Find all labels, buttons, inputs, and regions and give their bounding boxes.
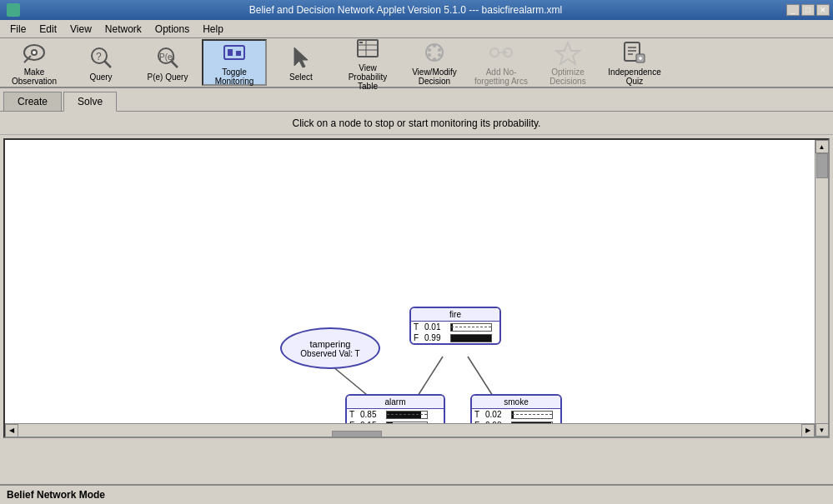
node-fire-label: fire xyxy=(411,308,499,322)
view-prob-table-button[interactable]: View Probability Table xyxy=(335,39,400,86)
svg-rect-19 xyxy=(359,42,363,43)
node-smoke-label: smoke xyxy=(472,396,560,409)
tab-create[interactable]: Create xyxy=(3,92,62,111)
svg-text:P(e): P(e) xyxy=(159,52,175,62)
svg-line-8 xyxy=(171,61,178,67)
svg-point-25 xyxy=(428,53,431,57)
horizontal-scrollbar[interactable]: ◀ ▶ xyxy=(5,423,815,437)
pe-query-icon: P(e) xyxy=(154,44,181,71)
network-arrows xyxy=(5,140,828,437)
make-observation-button[interactable]: Make Observation xyxy=(2,39,67,86)
window-title: Belief and Decision Network Applet Versi… xyxy=(25,4,786,16)
svg-rect-12 xyxy=(236,51,241,56)
optimize-decisions-icon xyxy=(554,39,581,66)
close-button[interactable]: ✕ xyxy=(816,4,830,16)
view-modify-decision-button[interactable]: View/Modify Decision xyxy=(402,39,467,86)
independence-quiz-button[interactable]: Independence Quiz xyxy=(602,39,667,86)
svg-text:?: ? xyxy=(96,51,102,62)
svg-marker-31 xyxy=(556,42,580,64)
svg-point-23 xyxy=(438,53,441,57)
menu-network[interactable]: Network xyxy=(98,22,148,37)
optimize-decisions-button: Optimize Decisions xyxy=(535,39,600,86)
app-icon xyxy=(7,3,20,17)
svg-line-5 xyxy=(104,61,111,67)
svg-rect-10 xyxy=(224,46,244,59)
pe-query-button[interactable]: P(e) P(e) Query xyxy=(135,39,200,86)
svg-point-24 xyxy=(433,57,436,61)
menu-help[interactable]: Help xyxy=(196,22,230,37)
svg-marker-14 xyxy=(294,47,308,67)
node-smoke-t-val: 0.02 xyxy=(485,410,509,419)
node-tampering-label: tampering xyxy=(310,339,351,349)
node-tampering[interactable]: tampering Observed Val: T xyxy=(280,327,380,369)
menu-bar: File Edit View Network Options Help xyxy=(0,20,833,38)
node-alarm-t-label: T xyxy=(349,410,358,419)
node-fire-t-label: T xyxy=(414,322,422,332)
scroll-down-button[interactable]: ▼ xyxy=(815,423,829,437)
toggle-monitoring-button[interactable]: Toggle Monitoring xyxy=(202,39,267,86)
toggle-monitoring-icon xyxy=(221,39,248,66)
svg-marker-30 xyxy=(504,50,508,55)
menu-options[interactable]: Options xyxy=(148,22,196,37)
node-tampering-sublabel: Observed Val: T xyxy=(300,349,359,358)
svg-point-26 xyxy=(428,48,431,52)
tab-solve[interactable]: Solve xyxy=(63,92,117,112)
status-bar: Belief Network Mode xyxy=(0,484,833,504)
svg-point-22 xyxy=(438,48,441,52)
svg-point-21 xyxy=(433,44,436,47)
node-fire-f-label: F xyxy=(414,333,422,342)
node-alarm-label: alarm xyxy=(347,396,444,409)
add-no-forgetting-button: Add No-forgetting Arcs xyxy=(469,39,534,86)
svg-point-2 xyxy=(33,51,36,54)
select-icon xyxy=(288,44,314,71)
minimize-button[interactable]: _ xyxy=(786,4,800,16)
make-observation-icon xyxy=(21,39,48,66)
independence-quiz-icon xyxy=(621,39,648,66)
node-fire-f-bar xyxy=(451,335,491,342)
query-icon: ? xyxy=(88,44,114,71)
view-prob-table-icon xyxy=(354,35,381,62)
node-fire[interactable]: fire T 0.01 F 0.99 xyxy=(409,307,501,345)
h-scroll-thumb[interactable] xyxy=(332,431,382,439)
query-button[interactable]: ? Query xyxy=(68,39,133,86)
status-text: Belief Network Mode xyxy=(7,489,105,501)
toolbar: Make Observation ? Query P(e) P(e) Query xyxy=(0,38,833,88)
scroll-up-button[interactable]: ▲ xyxy=(815,140,829,153)
svg-point-27 xyxy=(490,48,499,57)
scroll-right-button[interactable]: ▶ xyxy=(801,424,815,437)
vertical-scrollbar[interactable]: ▲ ▼ xyxy=(815,140,828,437)
node-alarm-t-val: 0.85 xyxy=(360,410,384,419)
menu-file[interactable]: File xyxy=(3,22,33,37)
maximize-button[interactable]: □ xyxy=(801,4,815,16)
add-no-forgetting-icon xyxy=(488,39,514,66)
view-modify-decision-icon xyxy=(421,39,448,66)
svg-rect-11 xyxy=(228,49,233,56)
scroll-left-button[interactable]: ◀ xyxy=(5,424,18,437)
menu-edit[interactable]: Edit xyxy=(33,22,63,37)
canvas-area[interactable]: tampering Observed Val: T fire T 0.01 F … xyxy=(3,138,830,438)
menu-view[interactable]: View xyxy=(63,22,98,37)
node-smoke-t-label: T xyxy=(474,410,483,419)
title-bar: Belief and Decision Network Applet Versi… xyxy=(0,0,833,20)
tabs: Create Solve xyxy=(0,88,833,112)
node-fire-t-val: 0.01 xyxy=(424,322,448,332)
v-scroll-thumb[interactable] xyxy=(816,153,828,178)
info-bar: Click on a node to stop or start monitor… xyxy=(0,112,833,135)
select-button[interactable]: Select xyxy=(268,39,334,86)
node-fire-f-val: 0.99 xyxy=(424,333,448,342)
